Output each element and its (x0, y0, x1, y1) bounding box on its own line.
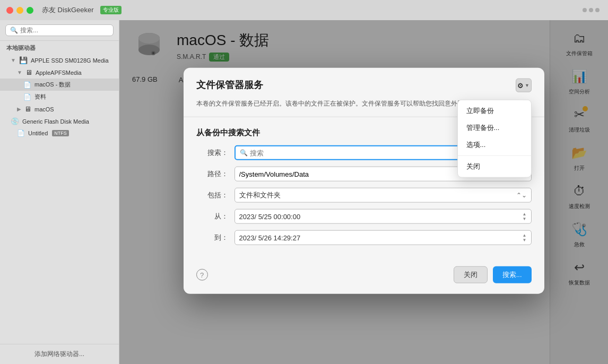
add-network-button[interactable]: 添加网络驱动器... (0, 344, 119, 364)
traffic-lights (6, 7, 33, 14)
flash-icon: 💿 (11, 117, 19, 125)
content-area: macOS - 数据 S.M.A.R.T 通过 67.9 GB APFS加密 d… (119, 20, 608, 364)
disk-icon: 🖥 (24, 105, 31, 113)
chevron-icon: ▼ (11, 57, 16, 63)
pro-badge: 专业版 (100, 6, 121, 14)
include-label: 包括： (196, 190, 228, 200)
dialog: 文件保管器服务 ⚙ ▼ 立即备份 管理备份... 选项... 关闭 (184, 68, 544, 294)
main-layout: 🔍 本地驱动器 ▼ 💾 APPLE SSD SM0128G Media ▼ 🖥 … (0, 20, 608, 364)
chevron-icon: ▼ (17, 70, 22, 75)
dropdown-divider (458, 155, 531, 156)
from-stepper[interactable]: ▲ ▼ (523, 212, 527, 221)
sidebar-label: AppleAPFSMedia (36, 70, 82, 76)
dialog-footer: ? 关闭 搜索... (184, 260, 544, 294)
sidebar-item-macos-data[interactable]: 📄 macOS - 数据 (0, 79, 119, 91)
drive-icon: 💾 (19, 56, 28, 64)
file-icon: 📄 (23, 81, 31, 89)
file-icon: 📄 (23, 93, 31, 101)
sidebar-item-untitled[interactable]: 📄 Untitled NTFS (0, 127, 119, 139)
disk-icon: 🖥 (25, 68, 32, 76)
to-stepper[interactable]: ▲ ▼ (523, 233, 527, 242)
to-value: 2023/ 5/26 14:29:27 (239, 233, 520, 241)
sidebar-label: macOS (34, 106, 54, 112)
gear-dropdown-menu: 立即备份 管理备份... 选项... 关闭 (457, 100, 532, 178)
close-button[interactable] (6, 7, 13, 14)
include-value: 文件和文件夹 (239, 190, 516, 200)
menu-item-manage-backup[interactable]: 管理备份... (458, 119, 531, 136)
from-row: 从： 2023/ 5/25 00:00:00 ▲ ▼ (196, 209, 532, 224)
to-label: 到： (196, 233, 228, 242)
sidebar-label: 资料 (34, 93, 46, 101)
gear-button[interactable]: ⚙ ▼ (516, 79, 532, 92)
up-arrow-icon[interactable]: ▲ (523, 212, 527, 216)
sidebar-section-local: 本地驱动器 (0, 41, 119, 54)
sidebar-label: APPLE SSD SM0128G Media (31, 57, 109, 64)
up-arrow-icon[interactable]: ▲ (523, 233, 527, 237)
path-label: 路径： (196, 169, 228, 179)
search-bar: 🔍 (0, 20, 119, 41)
sidebar-label: macOS - 数据 (34, 81, 71, 89)
sidebar: 🔍 本地驱动器 ▼ 💾 APPLE SSD SM0128G Media ▼ 🖥 … (0, 20, 119, 364)
sidebar-item-apple-ssd[interactable]: ▼ 💾 APPLE SSD SM0128G Media (0, 54, 119, 66)
from-datetime[interactable]: 2023/ 5/25 00:00:00 ▲ ▼ (234, 209, 532, 224)
search-dialog-button[interactable]: 搜索... (493, 266, 532, 283)
select-arrow-icon: ⌃⌄ (516, 192, 527, 199)
search-icon: 🔍 (10, 27, 18, 34)
include-row: 包括： 文件和文件夹 ⌃⌄ (196, 188, 532, 203)
menu-item-backup-now[interactable]: 立即备份 (458, 102, 531, 119)
minimize-button[interactable] (16, 7, 23, 14)
include-select[interactable]: 文件和文件夹 ⌃⌄ (234, 188, 532, 203)
to-datetime[interactable]: 2023/ 5/26 14:29:27 ▲ ▼ (234, 230, 532, 245)
menu-item-close[interactable]: 关闭 (458, 158, 531, 175)
down-arrow-icon[interactable]: ▼ (523, 216, 527, 221)
dropdown-arrow-icon: ▼ (525, 83, 529, 88)
chevron-icon: ▶ (17, 106, 21, 112)
dialog-header: 文件保管器服务 ⚙ ▼ 立即备份 管理备份... 选项... 关闭 (184, 68, 544, 99)
sidebar-item-macos[interactable]: ▶ 🖥 macOS (0, 103, 119, 115)
app-title: 赤友 DiskGeeker (42, 5, 94, 15)
titlebar-menu (583, 8, 600, 12)
search-input[interactable] (20, 27, 109, 34)
close-dialog-button[interactable]: 关闭 (454, 266, 488, 283)
sidebar-label: Generic Flash Disk Media (22, 118, 89, 125)
footer-buttons: 关闭 搜索... (454, 266, 532, 283)
from-label: 从： (196, 212, 228, 221)
ntfs-badge: NTFS (52, 130, 69, 136)
search-icon: 🔍 (240, 149, 248, 157)
help-button[interactable]: ? (196, 269, 208, 281)
from-value: 2023/ 5/25 00:00:00 (239, 212, 520, 220)
search-label: 搜索： (196, 148, 228, 158)
menu-item-options[interactable]: 选项... (458, 136, 531, 153)
search-wrap[interactable]: 🔍 (5, 24, 114, 36)
down-arrow-icon[interactable]: ▼ (523, 238, 527, 242)
sidebar-item-appleapfs[interactable]: ▼ 🖥 AppleAPFSMedia (0, 66, 119, 79)
sidebar-label: Untitled (28, 130, 48, 136)
maximize-button[interactable] (27, 7, 33, 14)
gear-icon: ⚙ (517, 81, 524, 89)
titlebar: 赤友 DiskGeeker 专业版 (0, 0, 608, 20)
to-row: 到： 2023/ 5/26 14:29:27 ▲ ▼ (196, 230, 532, 245)
dialog-title: 文件保管器服务 (196, 79, 263, 91)
file-icon: 📄 (17, 129, 25, 137)
sidebar-item-generic-flash[interactable]: 💿 Generic Flash Disk Media (0, 115, 119, 127)
sidebar-item-ziliao[interactable]: 📄 资料 (0, 91, 119, 103)
